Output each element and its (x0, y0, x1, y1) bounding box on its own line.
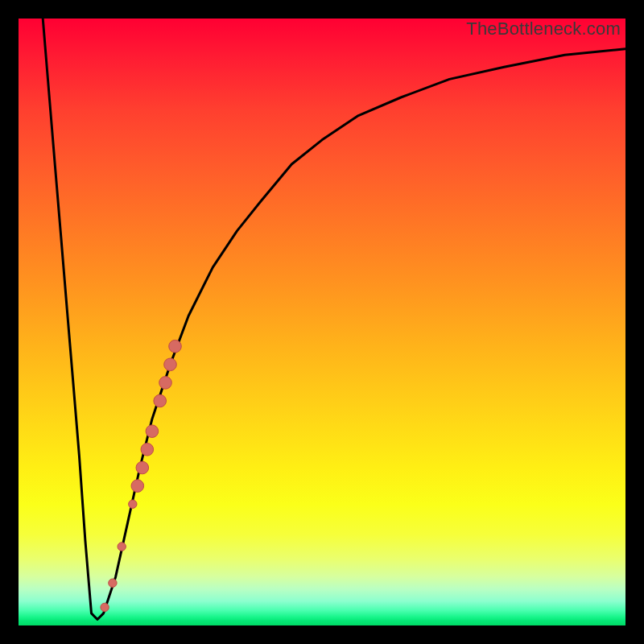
chart-frame: TheBottleneck.com (0, 0, 644, 644)
data-marker (101, 603, 109, 611)
data-marker (146, 425, 159, 438)
data-marker (164, 358, 177, 371)
data-marker (118, 543, 126, 551)
data-marker (129, 500, 137, 508)
data-marker (159, 377, 172, 390)
plot-area: TheBottleneck.com (19, 19, 625, 625)
chart-svg (19, 19, 625, 625)
marker-layer (101, 340, 181, 611)
data-marker (131, 480, 144, 493)
data-marker (169, 340, 182, 353)
bottleneck-curve (43, 19, 625, 620)
data-marker (109, 579, 117, 587)
curve-layer (43, 19, 625, 620)
data-marker (136, 461, 149, 474)
data-marker (141, 444, 154, 456)
data-marker (154, 394, 167, 407)
